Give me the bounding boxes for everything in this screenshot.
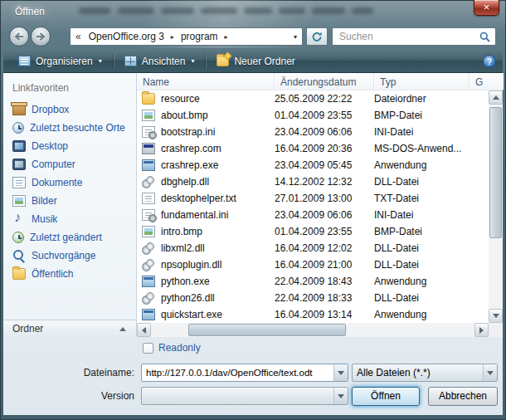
file-row[interactable]: resource 25.05.2009 22:22 Dateiordner xyxy=(137,90,489,107)
readonly-label[interactable]: Readonly xyxy=(158,342,201,354)
sidebar-item-searches[interactable]: Suchvorgänge xyxy=(3,247,136,265)
sidebar-item-music[interactable]: Musik xyxy=(3,210,136,228)
file-row[interactable]: bootstrap.ini 23.04.2009 06:06 INI-Datei xyxy=(137,124,489,140)
file-type: Anwendung xyxy=(374,309,470,320)
file-type: BMP-Datei xyxy=(374,110,470,121)
list-header: Name Änderungsdatum Typ G xyxy=(137,73,503,90)
sidebar-item-computer[interactable]: Computer xyxy=(3,155,136,173)
folders-label: Ordner xyxy=(12,323,43,335)
sidebar-item-label: Dropbox xyxy=(32,104,69,115)
back-button[interactable] xyxy=(9,27,29,46)
file-row[interactable]: crashrep.com 16.04.2009 20:36 MS-DOS-Anw… xyxy=(137,140,489,157)
triangle-left-icon xyxy=(142,327,146,334)
sidebar-item-desktop[interactable]: Desktop xyxy=(3,137,136,155)
scroll-right-button[interactable] xyxy=(474,323,489,337)
filetype-dropdown-button[interactable] xyxy=(483,364,497,381)
file-row[interactable]: python.exe 22.04.2009 18:43 Anwendung xyxy=(137,273,489,290)
breadcrumb-separator-icon[interactable]: ▸ xyxy=(167,33,178,41)
open-button[interactable]: Öffnen xyxy=(352,387,420,406)
column-header-size[interactable]: G xyxy=(470,73,503,90)
sidebar-item-pictures[interactable]: Bilder xyxy=(3,192,136,210)
file-row[interactable]: npsoplugin.dll 16.04.2009 21:00 DLL-Date… xyxy=(137,256,489,273)
breadcrumb-separator-icon[interactable]: ▸ xyxy=(221,33,232,41)
sidebar-item-dropbox[interactable]: Dropbox xyxy=(3,100,136,119)
file-name: libxml2.dll xyxy=(161,242,275,254)
scroll-down-button[interactable] xyxy=(489,309,503,323)
column-header-type[interactable]: Typ xyxy=(374,73,470,90)
scroll-left-button[interactable] xyxy=(137,323,151,337)
filename-dropdown-button[interactable] xyxy=(333,364,348,381)
file-row[interactable]: crashrep.exe 23.04.2009 05:45 Anwendung xyxy=(137,157,489,173)
background-window-blur xyxy=(161,7,194,14)
organize-button[interactable]: Organisieren ▾ xyxy=(10,53,110,70)
breadcrumb: « OpenOffice.org 3 ▸ program ▸ ▾ xyxy=(70,27,303,46)
favorites-header: Linkfavoriten xyxy=(12,82,136,94)
background-window-blur xyxy=(201,7,237,14)
readonly-checkbox[interactable] xyxy=(143,343,153,354)
file-icon xyxy=(142,226,155,237)
file-row[interactable]: python26.dll 22.04.2009 18:33 DLL-Datei xyxy=(137,290,489,306)
forward-arrow-icon xyxy=(36,32,46,41)
search-icon[interactable] xyxy=(479,32,490,42)
file-type: DLL-Datei xyxy=(374,259,470,271)
version-label: Version xyxy=(3,390,134,402)
refresh-button[interactable] xyxy=(306,27,328,46)
file-row[interactable]: about.bmp 01.04.2009 23:55 BMP-Datei xyxy=(137,107,489,124)
horizontal-scroll-thumb[interactable] xyxy=(188,324,346,336)
back-arrow-icon xyxy=(14,32,24,41)
folders-expander[interactable]: Ordner xyxy=(3,320,136,337)
browser-pane: Linkfavoriten Dropbox Zuletzt besuchte O… xyxy=(3,73,503,337)
file-type: MS-DOS-Anwend... xyxy=(374,143,470,154)
file-icon xyxy=(142,110,155,121)
filetype-combo[interactable]: Alle Dateien (*.*) xyxy=(352,364,498,382)
file-row[interactable]: desktophelper.txt 27.01.2009 13:00 TXT-D… xyxy=(137,190,489,207)
file-row[interactable]: libxml2.dll 16.04.2009 12:02 DLL-Datei xyxy=(137,240,489,256)
breadcrumb-item-program[interactable]: program xyxy=(178,31,221,42)
sidebar-item-documents[interactable]: Dokumente xyxy=(3,173,136,192)
desktop-icon xyxy=(12,140,26,152)
file-row[interactable]: dbghelp.dll 14.12.2002 12:32 DLL-Datei xyxy=(137,173,489,190)
file-row[interactable]: quickstart.exe 16.04.2009 13:14 Anwendun… xyxy=(137,306,489,323)
version-dropdown-button[interactable] xyxy=(333,388,348,404)
refresh-icon xyxy=(311,32,323,42)
horizontal-scrollbar[interactable] xyxy=(137,323,489,337)
breadcrumb-collapse-chevron[interactable]: « xyxy=(71,31,86,42)
file-type: BMP-Datei xyxy=(374,226,470,237)
breadcrumb-dropdown-icon[interactable]: ▾ xyxy=(289,33,302,41)
forward-button[interactable] xyxy=(31,27,51,46)
file-row[interactable]: fundamental.ini 23.04.2009 06:06 INI-Dat… xyxy=(137,207,489,223)
triangle-right-icon xyxy=(479,327,484,334)
navigation-pane: Linkfavoriten Dropbox Zuletzt besuchte O… xyxy=(3,73,137,337)
new-folder-button[interactable]: Neuer Ordner xyxy=(208,53,303,70)
vertical-scrollbar[interactable] xyxy=(489,90,503,323)
file-type: Anwendung xyxy=(374,159,470,171)
file-date: 16.04.2009 12:02 xyxy=(275,242,374,254)
file-type: Dateiordner xyxy=(374,93,470,105)
chevron-down-icon: ▾ xyxy=(99,57,102,65)
file-icon xyxy=(142,159,155,171)
column-header-name[interactable]: Name xyxy=(137,73,275,90)
help-button[interactable]: ? xyxy=(483,55,496,68)
column-header-date[interactable]: Änderungsdatum xyxy=(275,73,374,90)
search-placeholder: Suchen xyxy=(333,31,479,42)
file-type: DLL-Datei xyxy=(374,242,470,254)
search-input[interactable]: Suchen xyxy=(332,27,496,46)
version-combo[interactable] xyxy=(141,387,348,405)
cancel-button[interactable]: Abbrechen xyxy=(428,387,498,406)
scroll-up-button[interactable] xyxy=(489,90,503,105)
file-icon xyxy=(142,176,155,188)
file-name: about.bmp xyxy=(161,110,275,121)
views-icon xyxy=(124,56,137,66)
file-date: 22.04.2009 18:33 xyxy=(275,292,374,304)
sidebar-item-public[interactable]: Öffentlich xyxy=(3,265,136,283)
sidebar-item-recent-places[interactable]: Zuletzt besuchte Orte xyxy=(3,119,136,137)
background-window-blur xyxy=(352,7,373,14)
sidebar-item-recently-changed[interactable]: Zuletzt geändert xyxy=(3,228,136,247)
breadcrumb-item-openoffice[interactable]: OpenOffice.org 3 xyxy=(86,31,167,42)
file-row[interactable]: intro.bmp 01.04.2009 23:55 BMP-Datei xyxy=(137,223,489,240)
views-button[interactable]: Ansichten ▾ xyxy=(116,53,203,70)
close-button[interactable]: × xyxy=(474,0,499,16)
file-name: python.exe xyxy=(161,276,275,287)
filename-input[interactable]: http://127.0.0.1/dav/OpenOffice/text.odt xyxy=(142,364,333,381)
vertical-scroll-thumb[interactable] xyxy=(489,107,502,238)
